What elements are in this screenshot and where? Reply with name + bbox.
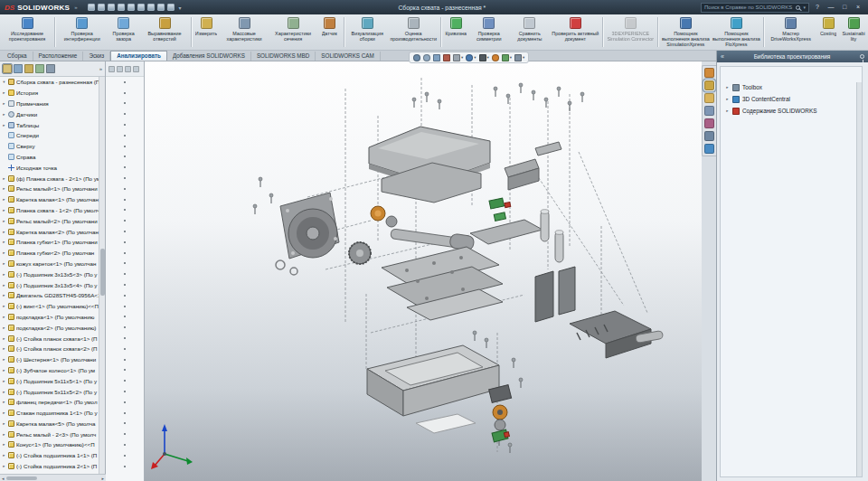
expand-arrow-icon[interactable]: ▸ [2,453,6,457]
open-icon[interactable] [98,4,105,11]
ribbon-tool-4[interactable]: Измерить [193,15,219,49]
configuration-manager-icon[interactable] [24,64,33,73]
collapse-panel-icon[interactable]: « [721,53,724,60]
ribbon-tool-1[interactable]: Проверка интерференции [57,15,107,49]
minimize-button[interactable]: — [826,0,836,14]
tree-item-19[interactable]: ▸(-) Подшипник 3x13x5<4> (По у [0,279,99,290]
forum-icon[interactable] [704,144,714,154]
library-item-2[interactable]: ▸Содержание SOLIDWORKS [725,105,857,117]
tab-2[interactable]: Эскиз [83,52,110,61]
tree-item-16[interactable]: ▸Планка губки<2> (По умолчан [0,248,99,259]
view-palette-icon[interactable] [704,106,714,116]
tree-item-22[interactable]: ▸подкладка<1> (По умолчанию [0,312,99,323]
expand-arrow-icon[interactable]: ▸ [2,90,6,95]
expand-arrow-icon[interactable]: ▸ [2,304,6,308]
ribbon-tool-7[interactable]: Датчик [316,15,342,49]
headsup-previous-view-icon[interactable] [433,54,440,61]
tree-item-18[interactable]: ▸(-) Подшипник 3x13x5<3> (По у [0,269,99,279]
ribbon-tool-3[interactable]: Выравнивание отверстий [140,15,189,49]
expand-arrow-icon[interactable]: ▸ [2,219,6,223]
pin-icon[interactable] [860,54,864,59]
library-item-1[interactable]: ▸3D ContentCentral [725,93,857,105]
expand-arrow-icon[interactable]: ▸ [2,112,6,117]
tree-item-28[interactable]: ▸(-) Подшипник 5x11x5<1> (По у [0,375,99,386]
tree-item-12[interactable]: ▸Планка схвата - 1<2> (По умолч [0,205,99,216]
expand-arrow-icon[interactable]: ▸ [2,421,6,426]
headsup-display-style-icon[interactable]: ▾ [466,54,476,61]
expand-arrow-icon[interactable]: ▸ [2,208,6,212]
headsup-view-settings-icon[interactable]: ▾ [514,54,524,61]
dimxpert-manager-icon[interactable] [35,64,44,73]
tree-item-17[interactable]: ▸кожух кареток<1> (По умолчан [0,259,99,269]
expand-arrow-icon[interactable]: ▸ [2,261,6,266]
tree-item-27[interactable]: ▸(-) Зубчатое колесо<1> (По ум [0,365,99,376]
tree-item-24[interactable]: ▸(-) Стойка планок схвата<1> (П [0,333,99,344]
library-item-0[interactable]: ▸Toolbox [725,81,857,93]
tree-item-9[interactable]: ▸(ф) Планка схвата - 2<1> (По ум [0,173,99,184]
ribbon-tool-10[interactable]: Кривизна [443,15,468,49]
tree-item-21[interactable]: ▸(-) винт<1> (По умолчанию)<<П [0,301,99,312]
tree-item-3[interactable]: ▸Датчики [0,108,99,119]
headsup-hide-show-items-icon[interactable]: ▾ [479,54,489,61]
tab-4[interactable]: Добавления SOLIDWORKS [167,52,251,61]
file-explorer-icon[interactable] [704,93,714,103]
help-search-box[interactable]: Поиск в Справке по SOLIDWORKS ▾ [701,3,809,13]
ribbon-tool-17[interactable]: Мастер DriveWorksXpress [766,15,816,49]
expand-arrow-icon[interactable]: ▸ [2,410,6,415]
ribbon-tool-18[interactable]: Costing [816,15,841,49]
ribbon-tool-8[interactable]: Визуализация сборки [346,15,388,49]
tree-item-7[interactable]: Справа [0,152,99,163]
tree-item-2[interactable]: ▸Примечания [0,99,99,109]
expand-arrow-icon[interactable]: ▸ [2,336,6,341]
tree-item-11[interactable]: ▸Каретка малая<1> (По умолчан [0,194,99,205]
headsup-zoom-area-icon[interactable] [423,54,430,61]
expand-arrow-icon[interactable]: ▸ [2,197,6,202]
expand-arrow-icon[interactable]: ▸ [2,283,6,288]
tab-5[interactable]: SOLIDWORKS MBD [251,52,316,61]
expand-arrow-icon[interactable]: ▸ [2,346,6,351]
display-manager-icon[interactable] [46,64,55,73]
design-library-icon[interactable] [704,80,714,90]
tree-item-8[interactable]: Исходная точка [0,162,99,173]
headsup-section-view-icon[interactable] [443,54,450,61]
expand-arrow-icon[interactable]: ▸ [2,123,6,127]
ribbon-tool-2[interactable]: Проверка зазора [107,15,140,49]
search-dropdown-icon[interactable]: ▾ [803,5,806,10]
tab-0[interactable]: Сборка [2,52,33,61]
file-properties-icon[interactable] [157,4,165,11]
expand-arrow-icon[interactable]: ▸ [2,230,6,234]
tree-item-29[interactable]: ▸(-) Подшипник 5x11x5<2> (По у [0,386,99,397]
ribbon-tool-11[interactable]: Проверка симметрии [468,15,509,49]
graphics-area[interactable] [145,61,702,481]
expand-arrow-icon[interactable]: ▸ [2,101,6,106]
scroll-left-icon[interactable]: ◂ [2,476,5,481]
expand-arrow-icon[interactable]: ▸ [2,250,6,255]
tab-1[interactable]: Расположение [33,52,84,61]
ribbon-tool-13[interactable]: Проверить активный документ [550,15,600,49]
ribbon-tool-16[interactable]: Помощник выполнения анализа FloXpress [711,15,761,49]
tree-item-23[interactable]: ▸подкладка<2> (По умолчанию) [0,322,99,333]
ribbon-tool-12[interactable]: Сравнить документы [509,15,550,49]
quick-access-more-icon[interactable]: ▾ [179,5,182,11]
tree-item-30[interactable]: ▸фланец передачи<1> (По умол [0,397,99,408]
ribbon-tool-5[interactable]: Массовые характеристики [219,15,269,49]
tree-item-33[interactable]: ▸Рельс малый - 2<3> (По умолч [0,429,99,439]
close-button[interactable]: × [853,0,863,14]
expand-arrow-icon[interactable]: ▸ [2,240,6,244]
property-manager-icon[interactable] [14,64,23,73]
task-pane-scrollbar[interactable] [856,82,862,476]
tree-item-25[interactable]: ▸(-) Стойка планок схвата<2> (П [0,344,99,354]
expand-arrow-icon[interactable]: ▸ [2,464,6,468]
tree-horizontal-scrollbar[interactable]: ◂ ▸ [0,474,106,481]
expand-arrow-icon[interactable]: ▸ [725,97,730,101]
expand-arrow-icon[interactable]: ▸ [725,85,730,90]
expand-arrow-icon[interactable]: ▸ [2,432,6,437]
expand-arrow-icon[interactable]: ▸ [2,357,6,362]
tree-item-13[interactable]: ▸Рельс малый<2> (По умолчани [0,215,99,226]
tree-item-35[interactable]: ▸(-) Стойка подшипника 1<1> (П [0,450,99,461]
expand-display-pane-icon[interactable]: » [99,66,102,71]
headsup-apply-scene-icon[interactable]: ▾ [502,54,512,61]
tree-item-15[interactable]: ▸Планка губки<1> (По умолчани [0,237,99,248]
tree-item-20[interactable]: ▸Двигатель GD28STH45-0956A<1 [0,290,99,301]
undo-icon[interactable] [127,4,135,11]
